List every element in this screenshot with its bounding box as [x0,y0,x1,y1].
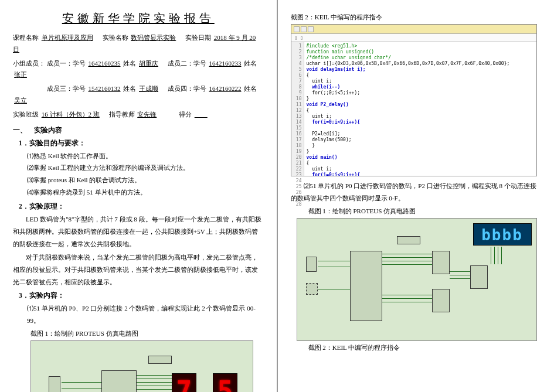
keil-toolbar [291,25,536,34]
wire [382,295,432,295]
goal-2: ⑵掌握 Keil 工程的建立方法和源程序的编译及调试方法。 [27,162,264,174]
line-num: 24 [291,178,302,184]
line-num: 4 [291,61,302,67]
m1-id: 1642160235 [87,60,122,67]
driver-chip-3 [432,289,450,312]
sub-2-title: 2．实验原理： [19,202,264,211]
toolbar-icon [301,26,307,32]
m3-name: 王成顺 [138,85,159,92]
m4-id: 1642160222 [208,85,243,92]
group-label: 小组成员： [13,60,45,67]
code-line: delay1ms(500); [307,137,352,142]
m4-name-label: 姓名 [244,85,257,92]
code-line: { [307,108,310,113]
code-line: uchar i[]={0xD3,0x06,0x5B,0x4F,0x66,0x6D… [307,61,510,66]
line-num: 23 [291,172,302,178]
mcu-chip [101,370,137,392]
goal-4: ⑷掌握将程序烧录到 51 单片机中的方法。 [27,186,264,199]
code-line: uint i; [307,79,332,84]
task-2: ⑵51 单片机的 P0 口进行数码管的数码，P2 口进行位控制，编程实现 8 个… [291,180,542,204]
code-line: { [307,73,310,78]
wire [62,382,101,383]
meta-row-4: 实验班级 16 计科（外包）2 班 指导教师 安先锋 得分 [13,109,264,121]
code-line: uint i; [307,166,332,172]
code-line: while(i--) [307,84,341,90]
wire [62,388,101,388]
line-num: 5 [291,67,302,73]
display-text: bbbb [481,226,523,244]
caption-proteus-1: 截图 1：绘制的 PROTEUS 仿真电路图 [30,329,264,338]
course-label: 课程名称 [13,34,39,41]
section-1-title: 一、 实验内容 [13,125,264,135]
m2-label: 成员二：学号 [168,60,206,67]
code-area: #include <reg51.h> function main unsigne… [304,42,536,176]
wire [137,375,172,376]
caption-keil-1: 截图 2：KEIL 中编写的程序指令 [291,13,542,22]
teacher-label: 指导教师 [109,111,135,118]
wire [382,254,432,254]
m1-name-label: 姓名 [123,60,136,67]
line-num: 20 [291,155,302,161]
line-num: 16 [291,131,302,137]
line-num: 1 [291,43,302,49]
line-num: 18 [291,143,302,149]
driver-chip-2 [470,265,488,289]
line-gutter: 1 2 3 4 5 6 7 8 9 10 11 12 13 14 15 16 1… [291,42,304,176]
crystal-block [49,376,60,392]
wire [450,271,470,272]
reset-block-2 [306,283,318,295]
wire [382,302,432,302]
code-line: uint i; [307,114,332,119]
wire [318,267,350,267]
class-label: 实验班级 [13,111,39,118]
line-num: 15 [291,125,302,131]
keil-tabbar: ▯ ▯ [291,34,536,42]
m2-id: 1642160233 [208,60,243,67]
code-line: for(;;0;i<5;i++); [307,90,361,96]
wire [318,289,350,289]
wire [137,386,172,386]
report-title: 安徽新华学院实验报告 [13,11,264,26]
line-num: 26 [291,190,302,196]
exp-value: 数码管显示实验 [130,34,177,41]
code-line: for(i=0;i<9;i++){ [307,120,361,125]
sub-1-title: 1．实验目的与要求： [19,139,264,148]
caption-proteus-2: 截图 1：绘制的 PROTEUS 仿真电路图 [308,207,542,216]
m2-name: 张正 [13,71,28,78]
wire [498,247,498,264]
toolbar-icon [294,26,300,32]
task-1: ⑴51 单片机的 P0、P2 口分别连接 2 个数码管，编程实现让此 2 个数码… [27,302,264,327]
code-line: void main() [307,155,338,160]
line-num: 21 [291,161,302,166]
crystal-block-2 [306,257,317,272]
meta-row-3: 成员三：学号 1542160132 姓名 王成顺 成员四：学号 16421602… [13,83,264,107]
resistor-network [148,356,172,364]
toolbar-icon [308,26,314,32]
wire [137,389,172,390]
course-value: 单片机原理及应用 [40,34,94,41]
wire [494,247,495,264]
line-num: 27 [291,196,302,202]
line-num: 22 [291,166,302,172]
line-num: 13 [291,114,302,120]
driver-chip-1 [432,251,450,274]
wire [501,247,502,264]
wire [382,298,432,299]
line-num: 14 [291,120,302,125]
wire [137,379,172,379]
line-num: 9 [291,90,302,96]
code-line: { [307,161,310,166]
m3-name-label: 姓名 [123,85,136,92]
wire [450,275,470,275]
m4-name: 吴立 [13,97,28,104]
sub-3-title: 3．实验内容： [19,291,264,300]
m4-label: 成员四：学号 [168,85,206,92]
code-line: } [307,143,315,148]
seven-seg-left: 7 [172,373,196,392]
line-num: 19 [291,149,302,155]
wire [450,278,470,279]
code-line: void P2_delay() [307,102,349,107]
wire [382,264,432,265]
line-num: 8 [291,84,302,90]
seven-seg-right-digit: 5 [213,374,237,392]
